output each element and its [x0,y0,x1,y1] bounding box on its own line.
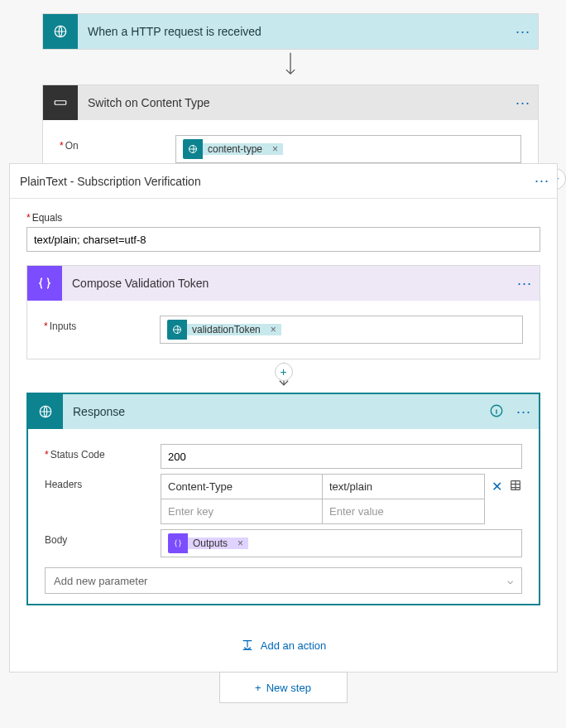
globe-icon [183,139,203,159]
add-parameter-label: Add new parameter [54,575,147,587]
connector-arrow [42,48,539,83]
case-header[interactable]: PlainText - Subscription Verification ··… [10,164,557,199]
token-label: content-type [203,143,267,155]
headers-table: Content-Type text/plain Enter key Enter … [161,474,485,524]
plus-icon: + [255,682,261,694]
case-menu[interactable]: ··· [527,172,557,190]
body-label: Body [45,529,161,546]
globe-icon [167,320,187,340]
delete-header-icon[interactable]: ✕ [492,479,502,524]
case-card: PlainText - Subscription Verification ··… [9,163,558,673]
compose-header[interactable]: Compose Validation Token ··· [27,266,540,301]
add-parameter-dropdown[interactable]: Add new parameter ⌵ [45,567,522,594]
add-action-link[interactable]: Add an action [26,639,540,652]
header-value-cell[interactable]: text/plain [323,475,484,499]
add-action-label: Add an action [261,639,327,652]
inputs-label: Inputs [44,316,160,332]
toggle-headers-icon[interactable] [509,479,522,524]
new-step-label: New step [266,682,311,694]
response-icon [28,394,63,429]
compose-icon [27,266,62,301]
headers-label: Headers [45,474,161,490]
trigger-menu[interactable]: ··· [508,23,538,41]
switch-title: Switch on Content Type [78,96,508,109]
switch-header[interactable]: Switch on Content Type ··· [43,85,538,120]
new-step-button[interactable]: + New step [219,672,348,703]
token-label: validationToken [187,324,266,335]
response-card: Response ··· Status Code Headers [26,393,540,605]
info-icon[interactable] [489,403,509,421]
token-label: Outputs [188,538,233,549]
content-type-token[interactable]: content-type × [183,139,283,159]
compose-title: Compose Validation Token [62,277,510,290]
compose-card: Compose Validation Token ··· Inputs [26,265,540,359]
http-icon [43,14,78,49]
chevron-down-icon: ⌵ [507,575,513,586]
trigger-card[interactable]: When a HTTP request is received ··· [42,13,539,50]
switch-on-label: On [60,135,175,152]
header-key-placeholder[interactable]: Enter key [161,499,323,524]
equals-input[interactable] [26,227,540,252]
insert-step-button[interactable]: + [275,363,293,381]
header-new-row: Enter key Enter value [161,499,484,524]
case-title: PlainText - Subscription Verification [10,175,527,188]
response-header[interactable]: Response ··· [28,394,539,429]
header-key-cell[interactable]: Content-Type [161,475,323,499]
compose-menu[interactable]: ··· [510,275,540,292]
status-code-label: Status Code [45,444,161,460]
braces-icon [168,533,188,553]
header-row: Content-Type text/plain [161,475,484,499]
response-title: Response [63,405,489,418]
response-menu[interactable]: ··· [509,403,539,421]
switch-icon [43,85,78,120]
token-remove[interactable]: × [266,324,281,335]
switch-on-input[interactable]: content-type × [175,135,521,163]
switch-menu[interactable]: ··· [508,94,538,112]
body-input[interactable]: Outputs × [161,529,522,557]
token-remove[interactable]: × [267,143,283,155]
trigger-title: When a HTTP request is received [78,25,508,38]
compose-inputs[interactable]: validationToken × [160,316,523,344]
add-action-icon [241,639,254,652]
equals-label: Equals [26,212,540,224]
token-remove[interactable]: × [233,538,248,549]
validation-token[interactable]: validationToken × [167,320,281,340]
status-code-input[interactable] [161,444,522,469]
header-value-placeholder[interactable]: Enter value [323,499,484,524]
outputs-token[interactable]: Outputs × [168,533,248,553]
